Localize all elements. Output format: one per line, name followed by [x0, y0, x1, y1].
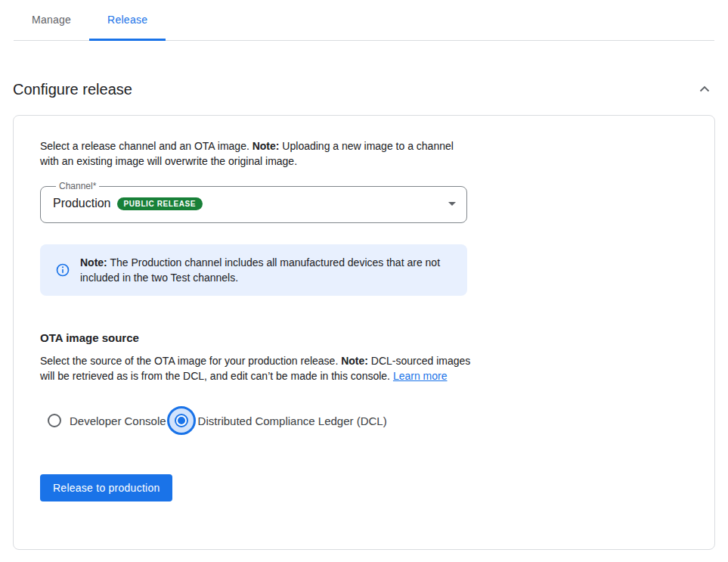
release-to-production-button[interactable]: Release to production	[40, 474, 172, 501]
collapse-section-button[interactable]	[694, 79, 715, 100]
ota-source-heading: OTA image source	[40, 331, 688, 344]
tab-manage-label: Manage	[32, 14, 71, 26]
channel-select-value-row: Production PUBLIC RELEASE	[53, 191, 456, 216]
ota-desc-before: Select the source of the OTA image for y…	[40, 355, 341, 367]
note-banner-bold: Note:	[80, 256, 107, 269]
channel-select-value: Production	[53, 197, 111, 210]
radio-option-developer-console[interactable]: Developer Console	[48, 414, 166, 427]
tab-release[interactable]: Release	[89, 0, 166, 41]
intro-text-before: Select a release channel and an OTA imag…	[40, 140, 252, 152]
note-banner-body: The Production channel includes all manu…	[80, 256, 440, 284]
info-icon	[55, 262, 70, 278]
intro-text: Select a release channel and an OTA imag…	[40, 138, 467, 169]
radio-option-developer-console-label: Developer Console	[70, 415, 166, 427]
note-banner: Note: The Production channel includes al…	[40, 244, 467, 296]
intro-note-label: Note:	[252, 140, 280, 152]
page-title: Configure release	[13, 81, 132, 98]
ota-source-radio-group: Developer Console Distributed Compliance…	[40, 404, 688, 437]
tab-bar: Manage Release	[14, 0, 714, 41]
ota-desc-note-label: Note:	[341, 355, 368, 367]
radio-option-dcl[interactable]: Distributed Compliance Ledger (DCL)	[166, 406, 387, 435]
configure-release-card: Select a release channel and an OTA imag…	[13, 115, 715, 550]
tab-release-label: Release	[107, 14, 147, 26]
ota-source-description: Select the source of the OTA image for y…	[40, 353, 471, 383]
chevron-up-icon	[695, 80, 714, 98]
radio-unselected-icon	[48, 414, 61, 427]
note-banner-text: Note: The Production channel includes al…	[80, 255, 441, 285]
public-release-badge: PUBLIC RELEASE	[117, 197, 203, 210]
section-header: Configure release	[13, 79, 715, 100]
channel-select-label: Channel*	[56, 181, 99, 191]
radio-selected-icon	[167, 406, 196, 435]
tab-manage[interactable]: Manage	[14, 0, 89, 41]
learn-more-link[interactable]: Learn more	[393, 370, 448, 382]
channel-select[interactable]: Channel* Production PUBLIC RELEASE	[40, 181, 467, 223]
dropdown-arrow-icon	[448, 202, 456, 206]
radio-option-dcl-label: Distributed Compliance Ledger (DCL)	[198, 415, 387, 427]
